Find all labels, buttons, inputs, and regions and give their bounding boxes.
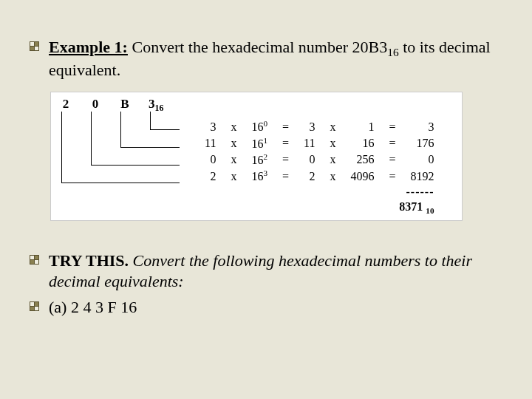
table-row: 11x 161 =11 x16 =176 (197, 135, 441, 151)
example-item: Example 1: Convert the hexadecimal numbe… (30, 37, 502, 81)
result-row: 8371 10 (197, 200, 441, 216)
trythis-text: TRY THIS. Convert the following hexadeci… (49, 250, 502, 293)
example-text: Example 1: Convert the hexadecimal numbe… (49, 37, 502, 81)
calc-table: 3x 160 =3 x1 =3 11x 161 =11 x16 =176 0x … (197, 118, 441, 216)
trythis-item: TRY THIS. Convert the following hexadeci… (30, 250, 502, 293)
bracket-lines (58, 112, 177, 193)
bullet-icon (30, 41, 40, 52)
part-a-item: (a) 2 4 3 F 16 (30, 297, 502, 318)
bullet-icon (30, 255, 40, 265)
dash-row: ------ (197, 185, 441, 200)
table-row: 0x 162 =0 x256 =0 (197, 151, 441, 168)
bullet-icon (30, 301, 40, 312)
conversion-diagram: 2 0 B 316 3x 160 =3 x1 =3 11x 161 =11 x1… (50, 92, 463, 221)
table-row: 3x 160 =3 x1 =3 (197, 118, 441, 134)
table-row: 2x 163 =2 x4096 =8192 (197, 168, 441, 184)
part-a-text: (a) 2 4 3 F 16 (49, 297, 502, 318)
